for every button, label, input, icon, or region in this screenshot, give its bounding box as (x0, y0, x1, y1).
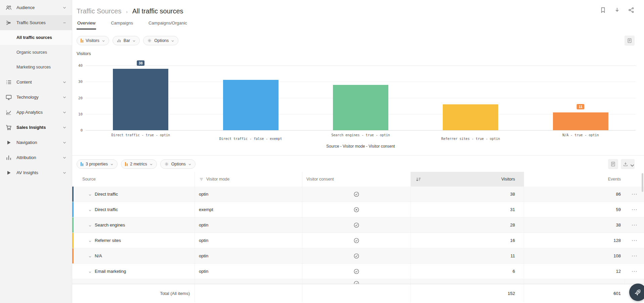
collapse-minus-icon (62, 21, 67, 25)
total-label: Total (All items) (160, 291, 190, 296)
play-triangle-icon (5, 139, 12, 146)
row-menu-button[interactable]: ⋯ (632, 191, 638, 198)
metric-indicator-icon (81, 39, 83, 43)
sidebar-subitem-marketing-sources[interactable]: Marketing sources (0, 60, 72, 74)
column-header-visitor-consent[interactable]: Visitor consent (302, 172, 411, 187)
column-header-events[interactable]: Events (524, 172, 625, 187)
list-icon (5, 79, 12, 86)
check-circle-icon (353, 279, 359, 284)
bar-na[interactable] (553, 112, 608, 130)
bar-direct-traffic-optin[interactable] (113, 69, 168, 130)
sidebar-item-label: Traffic Sources (16, 20, 62, 25)
x-tick-label: Direct traffic - false - exempt (196, 131, 305, 141)
cell-visitor-mode: exempt (199, 207, 213, 212)
check-circle-icon (353, 222, 359, 228)
row-menu-button[interactable]: ⋯ (632, 252, 638, 259)
sidebar-subitem-organic-sources[interactable]: Organic sources (0, 45, 72, 60)
table-total-row: Total (All items) 152 601 (72, 284, 644, 302)
consent-status-icon (302, 217, 411, 233)
sidebar-item-technology[interactable]: Technology (0, 90, 72, 105)
chart-report-button[interactable] (625, 36, 635, 46)
table-report-button[interactable] (608, 159, 618, 169)
x-tick-label: Referrer sites - true - optin (416, 131, 525, 141)
cell-visitor-mode: optin (199, 222, 208, 228)
bar-chart-icon (5, 154, 12, 161)
expand-chevron-icon[interactable] (88, 239, 92, 242)
expand-chevron-icon[interactable] (88, 223, 92, 227)
chevron-down-icon (62, 6, 67, 10)
row-menu-button[interactable]: ⋯ (632, 237, 638, 244)
total-visitors: 152 (508, 291, 515, 296)
download-icon[interactable] (614, 7, 620, 13)
table-export-button[interactable] (621, 159, 635, 169)
sidebar-item-av-insights[interactable]: AV Insights (0, 165, 72, 180)
cell-source: Search engines (95, 222, 125, 228)
sidebar-item-traffic-sources[interactable]: Traffic Sources (0, 15, 72, 30)
bookmark-icon[interactable] (600, 7, 606, 13)
bar-value-badge: 11 (577, 104, 585, 109)
cell-visitors: 38 (510, 192, 515, 197)
bar-referrer-sites[interactable] (443, 104, 498, 130)
sidebar-subitem-all-traffic-sources[interactable]: All traffic sources (0, 30, 72, 45)
cell-visitor-mode: optin (199, 192, 208, 197)
sidebar-item-label: App Analytics (16, 110, 62, 115)
assistant-fab[interactable] (629, 284, 644, 301)
tab-campaigns-organic[interactable]: Campaigns/Organic (148, 20, 188, 30)
expand-chevron-icon[interactable] (88, 270, 92, 273)
chevron-down-icon (110, 162, 114, 166)
column-header-visitor-mode[interactable]: Visitor mode (195, 172, 302, 187)
column-header-visitors[interactable]: Visitors (411, 172, 524, 187)
topbar: Traffic Sources › All traffic sources (72, 0, 644, 15)
expand-chevron-icon[interactable] (88, 254, 92, 258)
sidebar-item-app-analytics[interactable]: App Analytics (0, 105, 72, 120)
metric-select[interactable]: Visitors (77, 36, 109, 45)
bar-group (306, 65, 416, 130)
cell-events: 38 (616, 222, 621, 228)
properties-select[interactable]: 3 properties (77, 159, 118, 169)
row-menu-button[interactable]: ⋯ (632, 268, 638, 275)
table-row[interactable]: Direct traffic optin 38 86 ⋯ (72, 187, 644, 202)
sidebar-item-sales-insights[interactable]: Sales Insights (0, 120, 72, 135)
consent-status-icon (302, 187, 411, 202)
tab-overview[interactable]: Overview (77, 20, 96, 30)
table-row[interactable]: Referrer sites optin 16 128 ⋯ (72, 233, 644, 248)
table-row[interactable]: Search engines optin 28 38 ⋯ (72, 217, 644, 233)
table-row[interactable]: Email marketing optin 6 12 ⋯ (72, 264, 644, 279)
chevron-down-icon (62, 171, 67, 175)
expand-chevron-icon[interactable] (88, 208, 92, 211)
chevron-down-icon (132, 39, 136, 42)
x-axis-labels: Direct traffic - true - optin Direct tra… (86, 131, 636, 141)
cell-visitor-mode: optin (199, 253, 208, 258)
table-options-select[interactable]: Options (160, 159, 196, 169)
chevron-down-icon (102, 39, 105, 42)
table-scrollbar[interactable] (642, 173, 643, 192)
sidebar: Audience Traffic Sources All traffic sou… (0, 0, 72, 303)
chart-type-select[interactable]: Bar (113, 36, 140, 45)
sidebar-item-attribution[interactable]: Attribution (0, 150, 72, 165)
chart-options-select[interactable]: Options (143, 36, 178, 45)
cell-source: Direct traffic (95, 192, 118, 197)
breadcrumb[interactable]: Traffic Sources (77, 7, 121, 15)
expand-chevron-icon[interactable] (88, 193, 92, 196)
bar-direct-traffic-exempt[interactable] (223, 80, 278, 130)
share-icon[interactable] (628, 7, 635, 13)
row-menu-button[interactable]: ⋯ (632, 221, 638, 229)
tab-campaigns[interactable]: Campaigns (110, 20, 134, 30)
table-row[interactable]: N/A optin 11 108 ⋯ (72, 248, 644, 264)
metrics-select[interactable]: 2 metrics (121, 159, 157, 169)
bar-search-engines[interactable] (333, 85, 388, 130)
sidebar-item-navigation[interactable]: Navigation (0, 135, 72, 150)
cell-visitors: 6 (513, 269, 515, 274)
cell-source: Email marketing (95, 269, 126, 274)
column-header-menu (625, 172, 644, 187)
table-row-partial[interactable] (72, 279, 644, 284)
sidebar-item-content[interactable]: Content (0, 74, 72, 90)
sidebar-item-label: AV Insights (16, 170, 62, 175)
check-circle-icon (353, 238, 359, 244)
chart-y-axis-title: Visitors (77, 51, 636, 56)
table-row[interactable]: Direct traffic exempt 31 59 ⋯ (72, 202, 644, 217)
column-header-source[interactable]: Source (72, 172, 195, 187)
data-table: Source Visitor mode Visitor consent Visi… (72, 172, 644, 302)
sidebar-item-audience[interactable]: Audience (0, 0, 72, 15)
row-menu-button[interactable]: ⋯ (632, 206, 638, 213)
